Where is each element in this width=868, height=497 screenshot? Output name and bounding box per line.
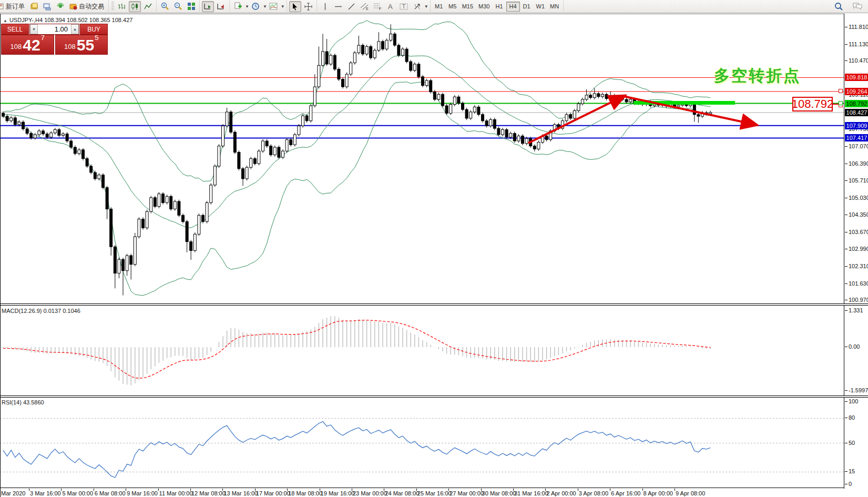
drawing-tools-group: E F A T ▼ <box>317 0 431 13</box>
time-label: 6 Apr 16:00 <box>611 490 640 496</box>
macd-layer <box>3 316 710 386</box>
time-label: 23 Mar 00:00 <box>353 490 387 496</box>
annotation-text[interactable]: 多空转折点 <box>714 65 801 87</box>
time-tick <box>352 489 352 491</box>
svg-text:E: E <box>366 7 369 11</box>
time-tick <box>287 489 288 491</box>
sell-price-button[interactable]: 108427 <box>1 35 54 55</box>
objects-group: ▼ ▼ ▼ <box>230 0 287 13</box>
market-watch-icon[interactable] <box>28 1 40 12</box>
time-tick <box>578 489 578 491</box>
terminal-icon[interactable] <box>41 1 53 12</box>
hline-marker-red-1[interactable] <box>839 89 843 93</box>
macd-tick: -1.5997 <box>849 387 868 393</box>
buy-button[interactable]: BUY <box>80 24 108 35</box>
time-label: 19 Mar 16:00 <box>321 490 355 496</box>
timeframe-m15[interactable]: M15 <box>459 2 476 12</box>
time-tick <box>448 489 449 491</box>
toolbar: 新订单 自动交易 <box>0 0 868 13</box>
line-chart-icon[interactable] <box>142 1 154 12</box>
time-label: 31 Mar 16:00 <box>514 490 548 496</box>
price-level-label: 107.417 <box>845 134 868 141</box>
time-axis[interactable]: Mar 20203 Mar 16:005 Mar 00:006 Mar 08:0… <box>0 489 868 497</box>
indicators-dropdown[interactable]: ▼ <box>281 4 285 9</box>
arrows-shapes-icon[interactable] <box>411 1 423 12</box>
bar-chart-icon[interactable] <box>116 1 128 12</box>
vertical-line-icon[interactable] <box>319 1 331 12</box>
trendline-icon[interactable] <box>345 1 358 12</box>
time-label: 25 Mar 16:00 <box>417 490 452 496</box>
timeframe-mn[interactable]: MN <box>547 2 561 12</box>
horizontal-line-icon[interactable] <box>332 1 344 12</box>
equidistant-channel-icon[interactable]: E <box>359 1 371 12</box>
new-order-label: 新订单 <box>6 2 25 11</box>
time-tick <box>126 489 126 491</box>
indicators-icon[interactable] <box>268 1 280 12</box>
fibonacci-icon[interactable]: F <box>372 1 384 12</box>
price-level-label: 108.792 <box>845 100 868 107</box>
autotrade-icon <box>69 3 77 10</box>
signal-icon[interactable] <box>54 1 66 12</box>
auto-scroll-icon[interactable] <box>202 1 214 12</box>
candlestick-chart-icon[interactable] <box>129 1 141 12</box>
zoom-in-icon[interactable] <box>159 1 171 12</box>
rsi-tick: 100 <box>849 398 858 404</box>
price-tick: 105.710 <box>849 177 868 184</box>
time-label: 27 Mar 00:00 <box>450 490 484 496</box>
timeframe-w1[interactable]: W1 <box>534 2 548 12</box>
time-label: Mar 2020 <box>1 490 25 496</box>
time-label: 9 Apr 08:00 <box>676 490 705 496</box>
timeframe-m30[interactable]: M30 <box>476 2 492 12</box>
timeframe-m1[interactable]: M1 <box>432 2 446 12</box>
volume-stepper: ▼ 1.00 ▲ <box>29 24 79 35</box>
shapes-dropdown[interactable]: ▼ <box>424 4 428 9</box>
buy-price-button[interactable]: 108555 <box>55 35 108 55</box>
time-label: 18 Mar 08:00 <box>288 490 322 496</box>
price-axis[interactable]: 111.810111.130110.470109.110107.750107.0… <box>844 14 868 497</box>
time-label: 3 Mar 16:00 <box>30 490 61 496</box>
price-tick: 103.670 <box>849 229 868 235</box>
panel-separator-2[interactable] <box>0 395 868 398</box>
cursor-group <box>287 0 317 13</box>
price-tag-108792[interactable]: 108.792 <box>792 97 833 111</box>
cursor-icon[interactable] <box>289 1 301 12</box>
new-chart-icon[interactable] <box>232 1 244 12</box>
timeframe-h1[interactable]: H1 <box>493 2 506 12</box>
price-level-label: 107.909 <box>845 122 868 129</box>
volume-increase-button[interactable]: ▲ <box>71 24 79 34</box>
profiles-clock-icon[interactable] <box>250 1 262 12</box>
sell-button[interactable]: SELL <box>1 24 29 35</box>
rsi-layer <box>0 418 844 478</box>
text-icon[interactable]: A <box>385 1 397 12</box>
time-label: 2 Apr 00:00 <box>546 490 576 496</box>
chart-shift-icon[interactable] <box>215 1 227 12</box>
grip[interactable] <box>111 2 114 11</box>
trend-arrow <box>624 96 755 125</box>
one-click-trading-panel: SELL ▼ 1.00 ▲ BUY 108427 108555 <box>1 24 108 55</box>
sell-price-main: 42 <box>23 37 40 53</box>
tile-windows-icon[interactable] <box>185 1 197 12</box>
time-label: 8 Apr 00:00 <box>644 490 673 496</box>
chat-icon[interactable] <box>851 1 863 12</box>
panel-separator-1[interactable] <box>0 303 868 306</box>
volume-decrease-button[interactable]: ▼ <box>30 24 38 34</box>
new-order-button[interactable]: 新订单 <box>0 1 27 12</box>
crosshair-icon[interactable] <box>302 1 314 12</box>
price-tick: 107.070 <box>849 143 868 149</box>
timeframe-m5[interactable]: M5 <box>446 2 459 12</box>
time-label: 12 Mar 08:00 <box>191 490 226 496</box>
zoom-out-icon[interactable] <box>172 1 184 12</box>
search-icon[interactable] <box>833 1 845 12</box>
price-tick: 111.810 <box>849 24 868 30</box>
main-chart-layer <box>0 21 844 296</box>
time-tick <box>61 489 62 491</box>
timeframe-d1[interactable]: D1 <box>520 2 534 12</box>
text-label-icon[interactable]: T <box>398 1 410 12</box>
autotrade-button[interactable]: 自动交易 <box>67 1 107 12</box>
profiles-dropdown[interactable]: ▼ <box>263 4 267 9</box>
new-chart-dropdown[interactable]: ▼ <box>245 4 249 9</box>
time-tick <box>610 489 610 491</box>
timeframe-h4[interactable]: H4 <box>506 2 520 12</box>
time-tick <box>513 489 514 491</box>
hline-marker-green[interactable] <box>839 101 843 105</box>
